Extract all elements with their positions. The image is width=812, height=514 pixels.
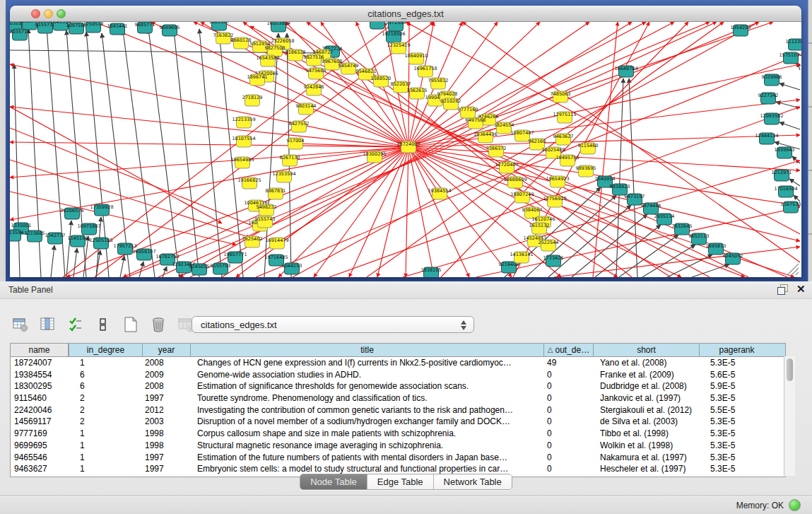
yellow-node[interactable]: 6497568 — [466, 117, 486, 129]
cell-title[interactable]: Genome-wide association studies in ADHD. — [190, 369, 543, 381]
network-canvas[interactable]: 1603557196577391557338641314109758820357… — [10, 22, 801, 277]
cell-year[interactable]: 1997 — [142, 392, 190, 404]
yellow-node[interactable]: 9242848 — [304, 84, 324, 96]
cell-title[interactable]: Investigating the contribution of common… — [190, 404, 543, 416]
cell-short[interactable]: Franke et al. (2009) — [593, 369, 699, 381]
network-window[interactable]: citations_edges.txt 16035571965773915573… — [10, 6, 801, 277]
yellow-node[interactable]: 8186328 — [286, 49, 306, 62]
yellow-node[interactable]: 12975115 — [553, 112, 576, 124]
teal-node[interactable]: 10975887 — [77, 223, 100, 235]
cell-title[interactable]: Changes of HCN gene expression and I(f) … — [190, 357, 543, 369]
yellow-node[interactable]: 7625402 — [242, 236, 263, 248]
cell-out_degree[interactable]: 0 — [543, 452, 593, 464]
new-column-button[interactable] — [120, 314, 141, 335]
cell-out_degree[interactable]: 0 — [543, 369, 593, 381]
table-row[interactable]: 911546021997Tourette syndrome. Phenomeno… — [11, 392, 785, 404]
teal-node[interactable]: 1691441 — [107, 23, 128, 35]
teal-node[interactable]: 9245052 — [723, 253, 743, 265]
yellow-node[interactable]: 9893695 — [576, 165, 596, 177]
column-header-year[interactable]: year — [142, 344, 190, 356]
teal-node[interactable]: 12505185 — [89, 238, 112, 250]
cell-short[interactable]: Wolkin et al. (1998) — [593, 440, 699, 452]
yellow-node[interactable]: 1615132 — [529, 223, 550, 235]
yellow-node[interactable]: 1896741 — [247, 74, 268, 86]
cell-name[interactable]: 9699695 — [11, 440, 69, 452]
yellow-node[interactable]: 2522544 — [539, 240, 559, 252]
network-window-titlebar[interactable]: citations_edges.txt — [10, 6, 801, 22]
cell-pagerank[interactable]: 5.6E-5 — [699, 369, 774, 381]
yellow-node[interactable]: 10688609 — [503, 177, 526, 189]
cell-pagerank[interactable]: 5.3E-5 — [699, 416, 774, 428]
cell-in_degree[interactable]: 1 — [69, 428, 142, 440]
table-selector-dropdown[interactable]: citations_edges.txt — [192, 316, 474, 333]
cell-year[interactable]: 1998 — [142, 440, 190, 452]
teal-node[interactable]: 1954203 — [731, 25, 751, 37]
yellow-node[interactable]: 16543582 — [256, 55, 279, 67]
teal-node[interactable]: 1167533 — [781, 201, 801, 214]
yellow-node[interactable]: 9115460 — [578, 143, 599, 155]
cell-pagerank[interactable]: 5.3E-5 — [699, 440, 774, 452]
cell-year[interactable]: 2008 — [142, 357, 190, 369]
cell-short[interactable]: Jankovic et al. (1997) — [593, 392, 699, 404]
cell-short[interactable]: Yano et al. (2008) — [593, 357, 699, 369]
yellow-node[interactable]: 19384554 — [428, 188, 451, 200]
yellow-node[interactable]: 16914479 — [265, 238, 288, 250]
teal-node[interactable]: 9227342 — [758, 93, 779, 105]
teal-node[interactable]: 1212971 — [772, 170, 792, 182]
cell-year[interactable]: 2012 — [142, 404, 190, 416]
cell-name[interactable]: 9115460 — [11, 392, 69, 404]
tab-node-table[interactable]: Node Table — [300, 474, 367, 489]
cell-name[interactable]: 18724007 — [11, 357, 69, 369]
cell-out_degree[interactable]: 0 — [543, 428, 593, 440]
yellow-node[interactable]: 1362615 — [407, 88, 428, 100]
cell-in_degree[interactable]: 6 — [69, 380, 142, 392]
column-header-out_degree[interactable]: △out_de… — [543, 344, 593, 356]
cell-pagerank[interactable]: 5.3E-5 — [699, 452, 774, 464]
cell-short[interactable]: Dudbridge et al. (2008) — [593, 380, 699, 392]
vertical-scrollbar[interactable] — [784, 356, 795, 476]
teal-node[interactable]: 1145194 — [68, 235, 88, 247]
yellow-node[interactable]: 12353594 — [272, 171, 295, 183]
teal-node[interactable]: 1112304 — [786, 39, 801, 51]
yellow-node[interactable]: 8867831 — [266, 188, 286, 200]
teal-node[interactable]: 9155703 — [211, 263, 231, 275]
teal-node[interactable]: 17359928 — [90, 204, 113, 216]
cell-short[interactable]: Tibbo et al. (1998) — [593, 428, 699, 440]
cell-out_degree[interactable]: 49 — [543, 357, 593, 369]
teal-node[interactable]: 1250518 — [83, 22, 104, 33]
teal-node[interactable]: 9329966 — [762, 74, 782, 86]
cell-pagerank[interactable]: 5.3E-5 — [699, 392, 774, 404]
teal-node[interactable]: 1044153 — [282, 263, 302, 275]
teal-node[interactable]: 3913594 — [10, 230, 23, 242]
yellow-node[interactable]: 9803144 — [296, 103, 317, 115]
cell-out_degree[interactable]: 0 — [543, 404, 593, 416]
yellow-node[interactable]: 8660128 — [231, 37, 252, 49]
yellow-node[interactable]: 5475685 — [306, 68, 326, 80]
row-height-button[interactable] — [93, 314, 114, 335]
table-row[interactable]: 1872400712008Changes of HCN gene express… — [11, 357, 785, 369]
float-panel-button[interactable] — [777, 284, 790, 296]
close-panel-button[interactable]: ✕ — [796, 283, 806, 296]
cell-title[interactable]: Estimation of the future numbers of pati… — [190, 452, 543, 464]
column-header-pagerank[interactable]: pagerank — [699, 344, 774, 356]
yellow-node[interactable]: 16961758 — [413, 66, 437, 78]
teal-node[interactable]: 9685771 — [135, 22, 155, 33]
teal-node[interactable]: 19218506 — [382, 31, 405, 43]
select-all-rows-button[interactable] — [65, 314, 86, 335]
cell-out_degree[interactable]: 0 — [543, 392, 593, 404]
memory-status-light[interactable] — [789, 499, 801, 511]
cell-year[interactable]: 2008 — [142, 380, 190, 392]
yellow-node[interactable]: 7955812 — [428, 78, 449, 90]
network-graph[interactable]: 1603557196577391557338641314109758820357… — [10, 22, 801, 277]
tab-edge-table[interactable]: Edge Table — [367, 474, 433, 489]
table-row[interactable]: 946554611997Estimation of the future num… — [11, 452, 785, 464]
delete-columns-button[interactable] — [148, 314, 169, 335]
cell-year[interactable]: 2009 — [142, 369, 190, 381]
teal-node[interactable]: 1939943 — [775, 147, 795, 159]
cell-out_degree[interactable]: 0 — [543, 380, 593, 392]
cell-in_degree[interactable]: 1 — [69, 357, 142, 369]
yellow-node[interactable]: 8267130 — [280, 155, 300, 167]
cell-in_degree[interactable]: 2 — [69, 392, 142, 404]
column-header-in_degree[interactable]: in_degree — [69, 344, 142, 356]
column-header-title[interactable]: title — [190, 344, 543, 356]
